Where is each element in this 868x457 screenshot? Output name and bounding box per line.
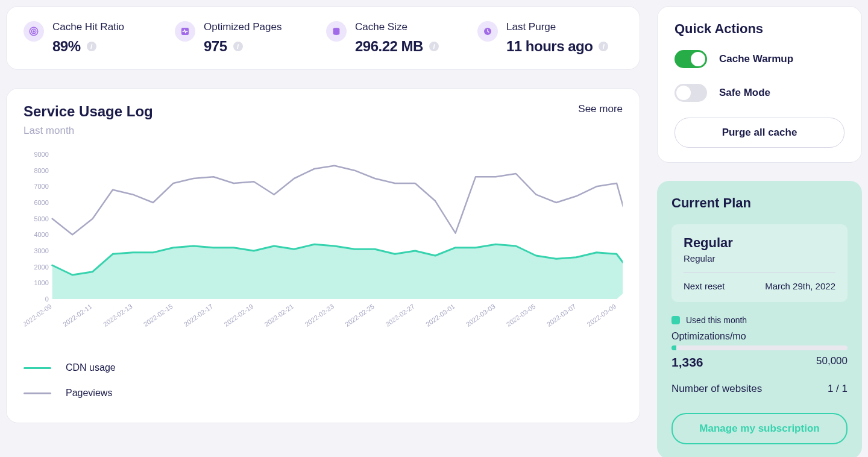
- toggle-safe-mode[interactable]: [675, 84, 707, 102]
- svg-text:2022-02-21: 2022-02-21: [263, 303, 295, 328]
- svg-text:2022-03-03: 2022-03-03: [465, 303, 497, 328]
- svg-text:9000: 9000: [34, 151, 48, 158]
- stat-1: Optimized Pages975i: [175, 21, 320, 55]
- next-reset-label: Next reset: [684, 281, 725, 291]
- info-icon[interactable]: i: [429, 42, 439, 51]
- svg-text:2022-02-11: 2022-02-11: [61, 303, 93, 328]
- current-plan-card: Current Plan Regular Regular Next reset …: [657, 181, 862, 457]
- svg-text:4000: 4000: [34, 231, 48, 238]
- svg-text:2022-02-25: 2022-02-25: [344, 303, 376, 328]
- target-icon: [24, 21, 44, 42]
- svg-text:2022-03-05: 2022-03-05: [505, 303, 537, 328]
- info-icon[interactable]: i: [599, 42, 608, 51]
- database-icon: [326, 21, 347, 42]
- svg-text:1000: 1000: [34, 279, 48, 286]
- stat-label: Cache Size: [355, 21, 439, 33]
- sites-value: 1 / 1: [828, 383, 848, 395]
- service-usage-card: Service Usage Log Last month See more 01…: [6, 88, 640, 423]
- stat-value: 89%: [52, 38, 81, 55]
- svg-text:0: 0: [45, 295, 49, 303]
- svg-text:8000: 8000: [34, 167, 48, 174]
- stat-label: Cache Hit Ratio: [52, 21, 124, 33]
- plan-details-box: Regular Regular Next reset March 29th, 2…: [671, 224, 848, 302]
- legend-pageviews: Pageviews: [24, 388, 623, 399]
- manage-subscription-button[interactable]: Manage my subscription: [671, 413, 848, 444]
- toggle-cache-warmup[interactable]: [675, 50, 707, 68]
- svg-text:2022-02-17: 2022-02-17: [183, 303, 215, 328]
- svg-text:2000: 2000: [34, 263, 48, 271]
- toggle-label: Cache Warmup: [719, 53, 793, 65]
- stat-2: Cache Size296.22 MBi: [326, 21, 471, 55]
- current-plan-title: Current Plan: [671, 195, 848, 211]
- optimizations-max: 50,000: [816, 355, 848, 370]
- quick-actions-title: Quick Actions: [675, 21, 844, 37]
- stat-label: Optimized Pages: [204, 21, 281, 33]
- svg-point-2: [33, 31, 34, 32]
- used-chip-label: Used this month: [686, 315, 747, 325]
- stat-3: Last Purge11 hours agoi: [477, 21, 623, 55]
- plan-sub: Regular: [684, 253, 835, 263]
- svg-text:3000: 3000: [34, 247, 48, 254]
- stats-card: Cache Hit Ratio89%iOptimized Pages975iCa…: [6, 6, 640, 70]
- optimizations-progress: [671, 345, 848, 350]
- purge-cache-button[interactable]: Purge all cache: [675, 118, 844, 148]
- pulse-icon: [175, 21, 195, 42]
- toggle-label: Safe Mode: [719, 87, 770, 99]
- optimizations-label: Optimizations/mo: [671, 331, 848, 342]
- chart-area: 0100020003000400050006000700080009000202…: [24, 151, 623, 338]
- svg-text:2022-02-15: 2022-02-15: [142, 303, 174, 328]
- stat-value: 975: [204, 38, 227, 55]
- plan-name: Regular: [684, 235, 835, 251]
- quick-actions-card: Quick Actions Cache WarmupSafe Mode Purg…: [657, 6, 862, 163]
- chart-subtitle: Last month: [24, 125, 153, 137]
- svg-text:2022-02-23: 2022-02-23: [303, 303, 335, 328]
- stat-0: Cache Hit Ratio89%i: [24, 21, 169, 55]
- used-chip-icon: [671, 316, 680, 324]
- legend-cdn: CDN usage: [24, 362, 623, 373]
- svg-text:2022-03-01: 2022-03-01: [424, 303, 456, 328]
- see-more-link[interactable]: See more: [578, 103, 623, 115]
- sites-label: Number of websites: [671, 383, 762, 395]
- svg-text:2022-02-19: 2022-02-19: [223, 303, 255, 328]
- chart-title: Service Usage Log: [24, 103, 153, 120]
- svg-text:5000: 5000: [34, 215, 48, 222]
- svg-text:2022-02-27: 2022-02-27: [384, 303, 416, 328]
- stat-value: 296.22 MB: [355, 38, 423, 55]
- svg-text:2022-03-09: 2022-03-09: [586, 303, 618, 328]
- svg-text:2022-03-07: 2022-03-07: [546, 303, 577, 328]
- svg-text:7000: 7000: [34, 183, 48, 190]
- svg-text:2022-02-09: 2022-02-09: [24, 303, 53, 328]
- info-icon[interactable]: i: [87, 42, 96, 51]
- optimizations-used: 1,336: [671, 355, 703, 370]
- next-reset-value: March 29th, 2022: [765, 281, 835, 291]
- info-icon[interactable]: i: [233, 42, 243, 51]
- svg-text:2022-02-13: 2022-02-13: [102, 303, 134, 328]
- svg-text:6000: 6000: [34, 199, 48, 206]
- stat-value: 11 hours ago: [506, 38, 593, 55]
- clock-icon: [477, 21, 498, 42]
- stat-label: Last Purge: [506, 21, 608, 33]
